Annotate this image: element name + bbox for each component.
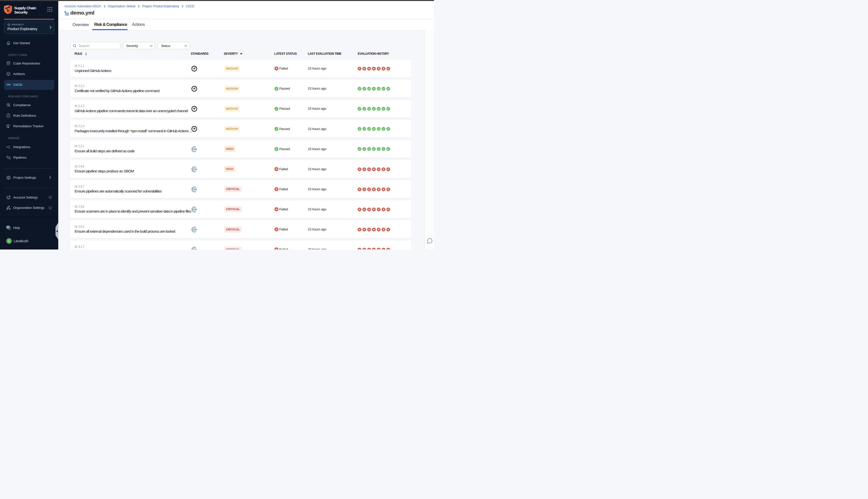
svg-text:CIS: CIS bbox=[193, 188, 197, 191]
svg-text:CIS: CIS bbox=[193, 248, 197, 250]
svg-text:?: ? bbox=[8, 226, 9, 228]
svg-text:CIS: CIS bbox=[193, 148, 197, 150]
svg-text:CIS: CIS bbox=[193, 228, 197, 231]
svg-text:CIS: CIS bbox=[193, 208, 197, 211]
svg-text:CIS: CIS bbox=[193, 168, 197, 171]
